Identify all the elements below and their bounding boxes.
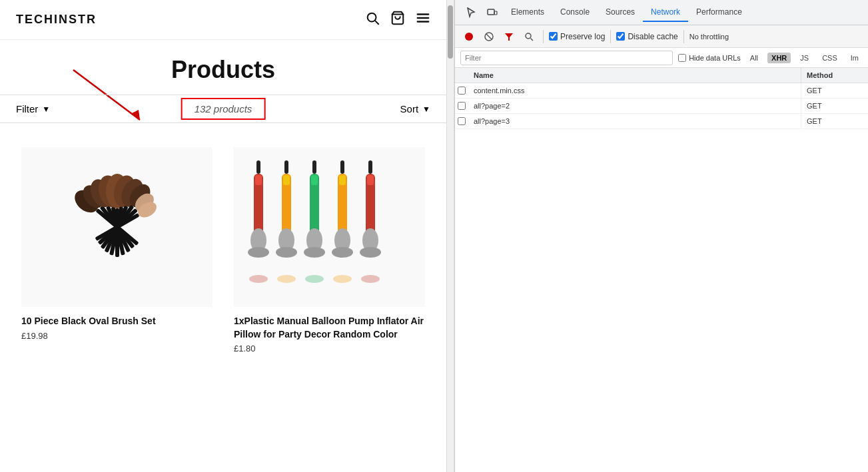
toolbar-separator-3 bbox=[683, 30, 684, 43]
product-image-brushes bbox=[21, 147, 213, 307]
svg-rect-58 bbox=[488, 9, 494, 15]
filter-xhr-button[interactable]: XHR bbox=[767, 53, 791, 63]
row-name-2: all?page=2 bbox=[468, 99, 801, 113]
svg-point-55 bbox=[305, 275, 324, 283]
responsive-icon[interactable] bbox=[482, 2, 503, 23]
search-network-button[interactable] bbox=[520, 28, 538, 45]
svg-rect-59 bbox=[494, 11, 497, 15]
sort-button[interactable]: Sort ▼ bbox=[400, 103, 430, 115]
row-name-3: all?page=3 bbox=[468, 114, 801, 128]
hide-data-urls-text: Hide data URLs bbox=[689, 54, 741, 62]
svg-point-32 bbox=[248, 247, 269, 258]
product-card-pumps[interactable]: 1xPlastic Manual Balloon Pump Inflator A… bbox=[223, 139, 436, 361]
cart-icon[interactable] bbox=[390, 11, 405, 29]
sort-chevron-icon: ▼ bbox=[422, 105, 430, 114]
preserve-log-label[interactable]: Preserve log bbox=[549, 32, 605, 41]
tab-network[interactable]: Network bbox=[643, 3, 688, 22]
cursor-icon[interactable] bbox=[460, 2, 482, 23]
scrollbar-thumb[interactable] bbox=[448, 5, 453, 59]
svg-rect-38 bbox=[312, 160, 316, 174]
network-table-header: Name Method bbox=[455, 68, 868, 83]
sort-label: Sort bbox=[400, 103, 419, 115]
tab-elements[interactable]: Elements bbox=[503, 3, 552, 22]
filter-input[interactable] bbox=[460, 51, 673, 65]
svg-rect-33 bbox=[284, 160, 288, 174]
filter-img-button[interactable]: Im bbox=[847, 53, 863, 63]
svg-rect-43 bbox=[340, 160, 344, 174]
svg-point-47 bbox=[332, 247, 353, 258]
scrollbar-divider[interactable] bbox=[446, 0, 454, 472]
row-checkbox-2[interactable] bbox=[455, 99, 468, 113]
svg-point-53 bbox=[249, 275, 268, 283]
devtools-filter-bar: Hide data URLs All XHR JS CSS Im bbox=[455, 48, 868, 68]
svg-point-64 bbox=[526, 33, 531, 39]
row-checkbox-3[interactable] bbox=[455, 115, 468, 128]
filter-all-button[interactable]: All bbox=[746, 53, 762, 63]
svg-rect-48 bbox=[368, 160, 372, 174]
svg-point-57 bbox=[361, 275, 380, 283]
network-row[interactable]: all?page=3 GET bbox=[455, 114, 868, 129]
row-method-3: GET bbox=[801, 114, 868, 128]
svg-point-54 bbox=[277, 275, 296, 283]
filter-sort-bar: Filter ▼ 132 products Sort ▼ bbox=[0, 95, 446, 123]
toolbar-separator-2 bbox=[610, 30, 611, 43]
clear-button[interactable] bbox=[480, 28, 498, 45]
row-name-1: content.min.css bbox=[468, 83, 801, 98]
tab-sources[interactable]: Sources bbox=[598, 3, 643, 22]
row-method-1: GET bbox=[801, 83, 868, 98]
devtools-panel: Elements Console Sources Network Perform… bbox=[454, 0, 868, 472]
svg-point-42 bbox=[304, 247, 325, 258]
devtools-toolbar: Preserve log Disable cache No throttling bbox=[455, 25, 868, 48]
network-row[interactable]: content.min.css GET bbox=[455, 83, 868, 99]
svg-line-62 bbox=[486, 34, 492, 39]
tab-console[interactable]: Console bbox=[552, 3, 598, 22]
filter-js-button[interactable]: JS bbox=[796, 53, 813, 63]
filter-css-button[interactable]: CSS bbox=[818, 53, 841, 63]
throttling-text: No throttling bbox=[689, 33, 729, 41]
filter-label: Filter bbox=[16, 103, 38, 115]
hide-data-urls-checkbox[interactable] bbox=[678, 54, 686, 62]
site-header: TECHINSTR bbox=[0, 0, 446, 40]
svg-point-60 bbox=[465, 33, 473, 41]
svg-marker-63 bbox=[505, 33, 513, 41]
row-checkbox-1[interactable] bbox=[455, 84, 468, 97]
svg-point-52 bbox=[360, 247, 381, 258]
products-grid: 10 Piece Black Oval Brush Set £19.98 bbox=[0, 123, 446, 377]
preserve-log-text: Preserve log bbox=[560, 32, 605, 41]
filter-network-button[interactable] bbox=[500, 28, 518, 45]
header-icons bbox=[365, 11, 430, 29]
svg-rect-45 bbox=[339, 175, 346, 185]
hide-data-urls-label[interactable]: Hide data URLs bbox=[678, 54, 741, 62]
svg-rect-35 bbox=[283, 175, 290, 185]
tab-performance[interactable]: Performance bbox=[688, 3, 750, 22]
menu-icon[interactable] bbox=[416, 11, 430, 29]
disable-cache-label[interactable]: Disable cache bbox=[616, 32, 677, 41]
svg-rect-40 bbox=[311, 175, 318, 185]
product-name-pumps: 1xPlastic Manual Balloon Pump Inflator A… bbox=[234, 315, 425, 341]
page-title: Products bbox=[0, 56, 446, 84]
svg-point-56 bbox=[333, 275, 352, 283]
filter-chevron-icon: ▼ bbox=[42, 105, 50, 114]
record-button[interactable] bbox=[460, 28, 478, 45]
preserve-log-checkbox[interactable] bbox=[549, 32, 558, 41]
svg-rect-50 bbox=[367, 175, 374, 185]
search-icon[interactable] bbox=[365, 11, 380, 29]
disable-cache-checkbox[interactable] bbox=[616, 32, 625, 41]
website-panel: TECHINSTR bbox=[0, 0, 446, 472]
toolbar-separator bbox=[543, 30, 544, 43]
product-card-brushes[interactable]: 10 Piece Black Oval Brush Set £19.98 bbox=[11, 139, 223, 361]
devtools-tab-bar: Elements Console Sources Network Perform… bbox=[455, 0, 868, 25]
svg-point-37 bbox=[276, 247, 297, 258]
filter-button[interactable]: Filter ▼ bbox=[16, 103, 50, 115]
site-logo: TECHINSTR bbox=[16, 13, 97, 27]
disable-cache-text: Disable cache bbox=[628, 32, 677, 41]
svg-line-1 bbox=[375, 21, 378, 24]
network-row[interactable]: all?page=2 GET bbox=[455, 99, 868, 114]
product-count: 132 products bbox=[195, 103, 252, 115]
page-title-area: Products bbox=[0, 40, 446, 95]
svg-rect-28 bbox=[256, 160, 260, 174]
row-method-2: GET bbox=[801, 99, 868, 113]
network-table: Name Method content.min.css GET all?page… bbox=[455, 68, 868, 472]
product-image-pumps bbox=[234, 147, 425, 307]
product-name-brushes: 10 Piece Black Oval Brush Set bbox=[21, 315, 213, 328]
